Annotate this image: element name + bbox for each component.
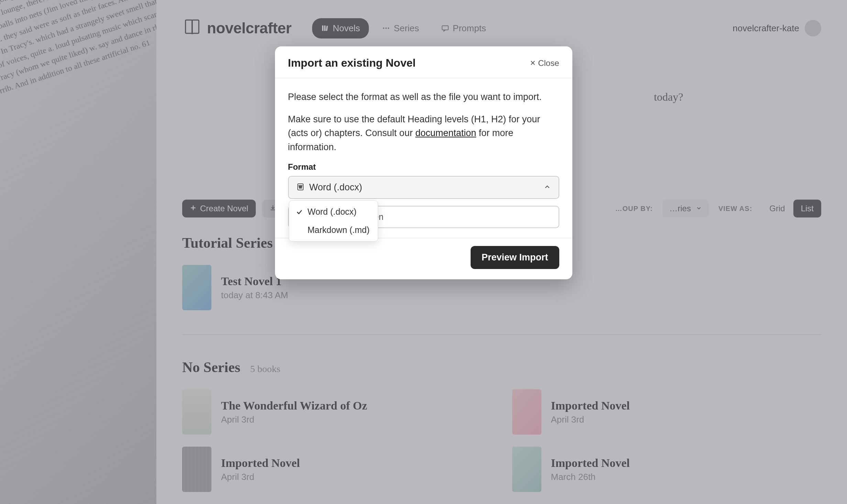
- documentation-link[interactable]: documentation: [415, 128, 476, 138]
- option-label: Word (.docx): [308, 207, 357, 217]
- modal-description-2: Make sure to use the default Heading lev…: [288, 112, 559, 154]
- modal-header: Import an existing Novel Close: [275, 46, 572, 78]
- close-button[interactable]: Close: [530, 58, 559, 68]
- chevron-up-icon: [543, 183, 551, 192]
- modal-overlay[interactable]: Import an existing Novel Close Please se…: [0, 0, 847, 504]
- import-modal: Import an existing Novel Close Please se…: [275, 46, 572, 279]
- close-label: Close: [538, 58, 559, 68]
- format-label: Format: [288, 162, 559, 172]
- format-select[interactable]: W Word (.docx) Word (.docx) Markdo: [288, 176, 559, 199]
- modal-description-1: Please select the format as well as the …: [288, 90, 559, 104]
- check-icon: [296, 209, 304, 215]
- modal-footer: Preview Import: [275, 238, 572, 279]
- modal-body: Please select the format as well as the …: [275, 78, 572, 238]
- format-option-docx[interactable]: Word (.docx): [289, 203, 378, 221]
- word-icon: W: [296, 183, 305, 192]
- option-label: Markdown (.md): [308, 225, 370, 235]
- preview-import-button[interactable]: Preview Import: [471, 246, 559, 269]
- svg-text:W: W: [299, 185, 302, 189]
- format-value: Word (.docx): [309, 182, 362, 193]
- close-icon: [530, 58, 536, 68]
- format-option-md[interactable]: Markdown (.md): [289, 221, 378, 239]
- modal-title: Import an existing Novel: [288, 57, 416, 69]
- format-dropdown: Word (.docx) Markdown (.md): [289, 200, 378, 242]
